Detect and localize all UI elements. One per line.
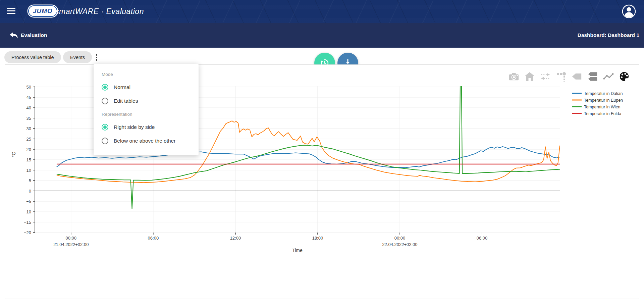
y-tick-label: −5 (26, 199, 31, 204)
x-tick-label: 00:00 (66, 236, 77, 241)
menu-section-mode-label: Mode (102, 64, 199, 77)
user-avatar-icon[interactable] (622, 4, 636, 18)
menu-option[interactable]: Below one above the other (102, 138, 199, 144)
y-tick-label: 45 (26, 95, 31, 100)
menu-option-label: Normal (114, 84, 130, 90)
y-tick-label: 15 (26, 157, 31, 162)
y-tick-label: 40 (26, 105, 31, 110)
sub-bar: Evaluation Dashboard: Dashboard 1 (0, 23, 644, 48)
x-tick-label: 00:00 (394, 236, 406, 241)
menu-option-label: Right side by side (114, 124, 155, 130)
legend-label[interactable]: Temperatur in Wien (584, 105, 620, 109)
x-axis-title: Time (292, 248, 303, 253)
x-tick-date-label: 21.04.2022+02:00 (53, 242, 89, 247)
menu-section-representation-label: Representation (102, 104, 199, 117)
y-tick-label: −10 (24, 209, 31, 214)
menu-option-label: Below one above the other (114, 138, 175, 144)
legend-label[interactable]: Temperatur in Eupen (584, 98, 623, 103)
y-tick-label: −15 (24, 220, 31, 225)
radio-unselected-icon[interactable] (102, 138, 108, 144)
x-tick-date-label: 22.04.2022+02:00 (382, 242, 417, 247)
kebab-menu-icon[interactable] (94, 52, 99, 62)
tab-process-value-table[interactable]: Process value table (4, 51, 61, 63)
jumo-logo-text: JUMO (33, 7, 53, 15)
hamburger-menu-icon[interactable] (7, 8, 15, 15)
x-tick-label: 06:00 (148, 236, 159, 241)
menu-section-representation: Right side by sideBelow one above the ot… (94, 124, 199, 144)
y-tick-label: 5 (29, 178, 31, 183)
y-tick-label: 20 (26, 147, 31, 152)
app-title: smartWARE · Evaluation (55, 0, 144, 23)
menu-option-label: Edit tables (114, 98, 138, 104)
y-tick-label: 25 (26, 137, 31, 142)
page-title: Evaluation (21, 23, 47, 48)
x-tick-label: 18:00 (312, 236, 323, 241)
radio-selected-icon[interactable] (102, 84, 108, 91)
top-bar: JUMO smartWARE · Evaluation (0, 0, 644, 23)
back-icon[interactable] (9, 32, 18, 39)
dashboard-label: Dashboard: Dashboard 1 (578, 23, 639, 48)
x-tick-label: 12:00 (230, 236, 241, 241)
legend-label[interactable]: Temperatur in Fulda (584, 111, 621, 116)
y-tick-label: 10 (26, 168, 31, 173)
y-tick-label: 0 (29, 189, 31, 194)
x-tick-label: 06:00 (477, 236, 488, 241)
legend-label[interactable]: Temperatur in Dalian (584, 91, 623, 96)
y-axis-title: °C (11, 152, 16, 157)
y-tick-label: 30 (26, 126, 31, 131)
menu-option[interactable]: Right side by side (102, 124, 199, 131)
menu-option[interactable]: Normal (102, 84, 199, 91)
y-tick-label: −20 (24, 230, 31, 235)
radio-unselected-icon[interactable] (102, 98, 108, 104)
menu-option[interactable]: Edit tables (102, 98, 199, 104)
radio-selected-icon[interactable] (102, 124, 108, 131)
tab-events[interactable]: Events (63, 51, 92, 63)
y-tick-label: 50 (26, 85, 31, 90)
y-tick-label: 35 (26, 116, 31, 121)
menu-section-mode: NormalEdit tables (94, 84, 199, 104)
jumo-logo: JUMO (28, 5, 57, 17)
options-menu: Mode NormalEdit tables Representation Ri… (94, 64, 199, 155)
